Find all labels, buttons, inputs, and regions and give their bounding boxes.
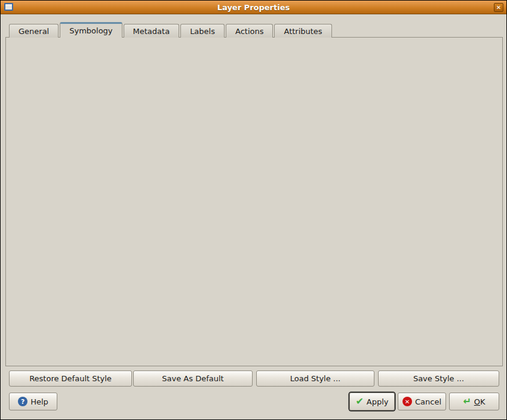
ok-button[interactable]: ↵ OK (449, 393, 499, 410)
window-icon (4, 3, 13, 11)
close-button[interactable]: ✕ (494, 3, 503, 12)
tab-labels[interactable]: Labels (180, 24, 225, 38)
apply-check-icon: ✔ (355, 397, 363, 406)
load-style-button[interactable]: Load Style ... (256, 370, 374, 387)
window-title: Layer Properties (1, 3, 506, 12)
tab-attributes[interactable]: Attributes (274, 24, 331, 38)
close-icon: ✕ (496, 5, 501, 11)
cancel-button[interactable]: ✕ Cancel (398, 393, 446, 410)
restore-default-style-button[interactable]: Restore Default Style (9, 370, 132, 387)
help-label: Help (30, 397, 48, 406)
apply-label: Apply (367, 397, 389, 406)
save-style-button[interactable]: Save Style ... (378, 370, 499, 387)
tab-metadata[interactable]: Metadata (124, 24, 180, 38)
help-button[interactable]: ? Help (9, 393, 57, 410)
apply-button[interactable]: ✔ Apply (349, 393, 395, 410)
tab-actions[interactable]: Actions (226, 24, 274, 38)
ok-label: OK (474, 397, 486, 406)
ok-enter-icon: ↵ (463, 397, 471, 406)
titlebar[interactable]: Layer Properties (1, 1, 506, 14)
save-as-default-button[interactable]: Save As Default (133, 370, 253, 387)
layer-properties-dialog: Layer Properties ✕ General Symbology Met… (0, 0, 507, 420)
symbology-panel (5, 37, 503, 366)
tab-bar: General Symbology Metadata Labels Action… (9, 22, 333, 38)
cancel-label: Cancel (415, 397, 441, 406)
help-icon: ? (18, 397, 27, 406)
tab-general[interactable]: General (9, 24, 59, 38)
tab-symbology[interactable]: Symbology (60, 22, 122, 38)
cancel-x-icon: ✕ (402, 397, 412, 406)
